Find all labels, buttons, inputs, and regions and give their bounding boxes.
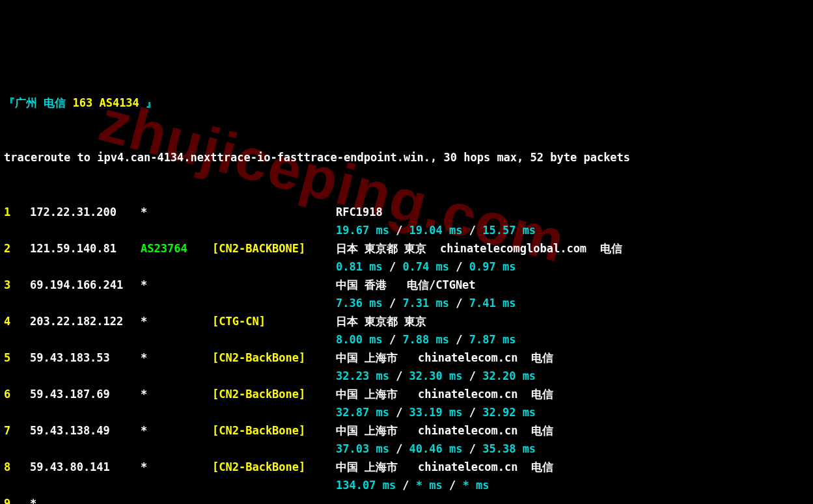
hop-location-info: 中国 上海市 chinatelecom.cn 电信 [336, 385, 809, 403]
hop-location-info: 中国 上海市 chinatelecom.cn 电信 [336, 349, 809, 367]
hop-number: 1 [4, 203, 30, 221]
hop-latency-row: 37.03 ms / 40.46 ms / 35.38 ms [4, 440, 809, 458]
traceroute-command: traceroute to ipv4.can-4134.nexttrace-io… [4, 148, 809, 166]
latency-value: 134.07 ms [336, 479, 396, 492]
latency-separator: / [463, 224, 483, 237]
hop-asn: * [141, 349, 212, 367]
hop-number: 7 [4, 421, 30, 440]
header-bracket-open: 『 [4, 96, 15, 109]
hop-location-info: 中国 香港 电信/CTGNet [336, 276, 809, 294]
hop-list: 1172.22.31.200*RFC191819.67 ms / 19.04 m… [4, 203, 809, 504]
hop-ip: 59.43.187.69 [30, 385, 141, 403]
latency-value: * ms [463, 479, 489, 492]
latency-value: 32.87 ms [336, 406, 389, 419]
latency-value: * ms [416, 479, 443, 492]
hop-latency-row: 32.23 ms / 32.30 ms / 32.20 ms [4, 367, 809, 385]
hop-number: 6 [4, 385, 30, 403]
latency-separator: / [449, 333, 469, 346]
latency-value: 32.20 ms [482, 369, 536, 382]
hop-latencies: 7.36 ms / 7.31 ms / 7.41 ms [336, 294, 809, 312]
hop-number: 8 [4, 458, 30, 476]
hop-latencies: 37.03 ms / 40.46 ms / 35.38 ms [336, 440, 809, 458]
hop-row: 859.43.80.141*[CN2-BackBone]中国 上海市 china… [4, 458, 809, 476]
latency-separator: / [449, 260, 469, 273]
latency-separator: / [389, 442, 409, 455]
latency-value: 32.30 ms [409, 369, 463, 382]
hop-network-tag: [CN2-BackBone] [212, 349, 336, 367]
hop-latencies: 0.81 ms / 0.74 ms / 0.97 ms [336, 258, 809, 276]
hop-asn [141, 494, 212, 504]
hop-location-info: 中国 上海市 chinatelecom.cn 电信 [336, 421, 809, 440]
latency-value: 8.00 ms [336, 333, 383, 346]
hop-row: 4203.22.182.122*[CTG-CN]日本 東京都 東京 [4, 312, 809, 330]
hop-number: 3 [4, 276, 30, 294]
hop-latency-row: 0.81 ms / 0.74 ms / 0.97 ms [4, 258, 809, 276]
latency-value: 32.92 ms [482, 406, 536, 419]
hop-asn: * [141, 276, 212, 294]
hop-row: 759.43.138.49*[CN2-BackBone]中国 上海市 china… [4, 421, 809, 440]
hop-asn: * [141, 312, 212, 330]
latency-value: 32.23 ms [336, 369, 389, 382]
latency-separator: / [383, 333, 403, 346]
latency-value: 7.36 ms [336, 297, 383, 310]
hop-location-info: 中国 上海市 chinatelecom.cn 电信 [336, 458, 809, 476]
hop-latency-row: 8.00 ms / 7.88 ms / 7.87 ms [4, 330, 809, 349]
latency-value: 37.03 ms [336, 442, 389, 455]
header-bracket-close: 』 [139, 96, 157, 109]
latency-value: 7.41 ms [469, 297, 516, 310]
hop-number: 2 [4, 239, 30, 258]
hop-row: 559.43.183.53*[CN2-BackBone]中国 上海市 china… [4, 349, 809, 367]
hop-ip: 69.194.166.241 [30, 276, 141, 294]
latency-value: 7.87 ms [469, 333, 516, 346]
latency-value: 33.19 ms [409, 406, 463, 419]
hop-latencies: 32.87 ms / 33.19 ms / 32.92 ms [336, 403, 809, 421]
hop-location-info [336, 494, 809, 504]
latency-separator: / [463, 406, 483, 419]
hop-ip: 121.59.140.81 [30, 239, 141, 258]
terminal-output: zhujiceping.com 『广州 电信 163 AS4134 』 trac… [0, 0, 813, 504]
header-carrier: 广州 电信 [15, 96, 72, 109]
hop-asn: * [141, 458, 212, 476]
hop-latencies: 19.67 ms / 19.04 ms / 15.57 ms [336, 221, 809, 239]
hop-asn: * [141, 385, 212, 403]
header-asn: 163 AS4134 [72, 96, 139, 109]
hop-network-tag: [CN2-BackBone] [212, 385, 336, 403]
hop-number: 9 [4, 494, 30, 504]
hop-number: 5 [4, 349, 30, 367]
hop-row: 659.43.187.69*[CN2-BackBone]中国 上海市 china… [4, 385, 809, 403]
hop-ip: 172.22.31.200 [30, 203, 141, 221]
hop-latency-row: 19.67 ms / 19.04 ms / 15.57 ms [4, 221, 809, 239]
hop-latencies: 32.23 ms / 32.30 ms / 32.20 ms [336, 367, 809, 385]
hop-network-tag: [CN2-BACKBONE] [212, 239, 336, 258]
hop-network-tag: [CTG-CN] [212, 312, 336, 330]
hop-asn: * [141, 203, 212, 221]
latency-separator: / [383, 260, 403, 273]
hop-latency-row: 32.87 ms / 33.19 ms / 32.92 ms [4, 403, 809, 421]
hop-network-tag: [CN2-BackBone] [212, 421, 336, 440]
hop-row: 9* [4, 494, 809, 504]
latency-separator: / [463, 442, 483, 455]
hop-row: 369.194.166.241*中国 香港 电信/CTGNet [4, 276, 809, 294]
hop-row: 2121.59.140.81AS23764[CN2-BACKBONE]日本 東京… [4, 239, 809, 258]
hop-ip: 59.43.183.53 [30, 349, 141, 367]
hop-network-tag [212, 494, 336, 504]
hop-ip: 59.43.80.141 [30, 458, 141, 476]
latency-separator: / [463, 369, 483, 382]
hop-ip: * [30, 494, 141, 504]
latency-value: 40.46 ms [409, 442, 463, 455]
hop-location-info: 日本 東京都 東京 chinatelecomglobal.com 电信 [336, 239, 809, 258]
latency-separator: / [389, 224, 409, 237]
latency-separator: / [383, 297, 403, 310]
hop-location-info: RFC1918 [336, 203, 809, 221]
latency-value: 0.81 ms [336, 260, 383, 273]
latency-value: 0.97 ms [469, 260, 516, 273]
hop-ip: 59.43.138.49 [30, 421, 141, 440]
hop-asn: * [141, 421, 212, 440]
latency-value: 19.04 ms [409, 224, 463, 237]
route-header: 『广州 电信 163 AS4134 』 [4, 94, 809, 112]
latency-value: 7.88 ms [402, 333, 449, 346]
latency-value: 7.31 ms [402, 297, 449, 310]
latency-separator: / [396, 479, 416, 492]
latency-separator: / [449, 297, 469, 310]
hop-network-tag [212, 203, 336, 221]
